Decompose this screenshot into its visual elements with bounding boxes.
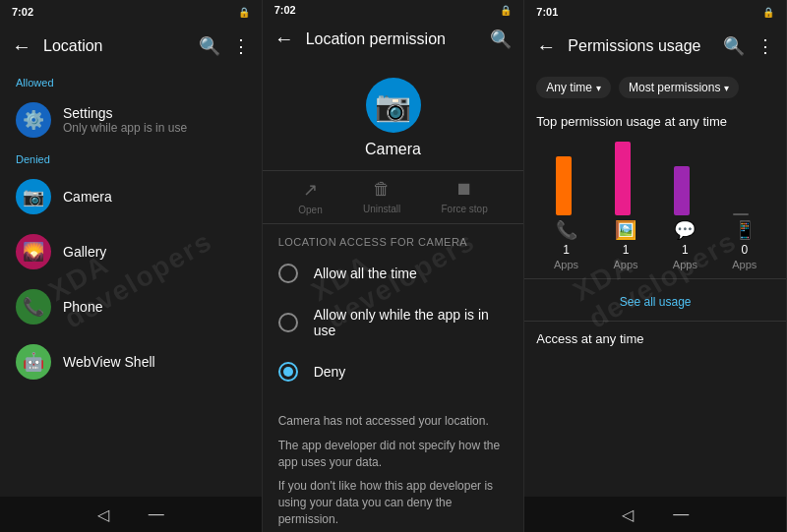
webview-name: WebView Shell: [63, 354, 155, 370]
status-bar-3: 7:01 🔒: [524, 0, 786, 24]
lock-icon-2: 🔒: [500, 5, 512, 16]
back-button-2[interactable]: ←: [274, 28, 294, 50]
perm-app-icon: 📷: [366, 78, 421, 133]
settings-name: Settings: [63, 105, 187, 121]
phone-name: Phone: [63, 299, 102, 315]
chart-icons-row: 📞 1 Apps 🖼️ 1 Apps 💬 1 Apps 📱 0 Apps: [524, 219, 786, 270]
divider-3: [524, 278, 786, 279]
more-icon-3[interactable]: ⋮: [757, 35, 774, 57]
bar-phone: [556, 156, 572, 215]
panel-location-permission: XDAdevelopers 7:02 🔒 ← Location permissi…: [263, 0, 525, 532]
settings-sub: Only while app is in use: [63, 121, 187, 135]
webview-info: WebView Shell: [63, 354, 155, 370]
perm-app-name: Camera: [365, 141, 421, 158]
back-button-3[interactable]: ←: [536, 35, 556, 58]
action-open: ↗ Open: [298, 179, 322, 215]
radio-label-3: Deny: [314, 364, 346, 380]
panel-location: XDAdevelopers 7:02 🔒 ← Location 🔍 ⋮ Allo…: [0, 0, 263, 532]
camera-info: Camera: [63, 189, 112, 205]
status-bar-1: 7:02 🔒: [0, 0, 262, 24]
list-item-webview[interactable]: 🤖 WebView Shell: [0, 334, 262, 389]
perm-action-bar: ↗ Open 🗑 Uninstall ⏹ Force stop: [263, 170, 524, 224]
search-icon-3[interactable]: 🔍: [723, 35, 745, 57]
gallery-icon: 🌄: [16, 234, 51, 269]
settings-icon: ⚙️: [16, 102, 51, 138]
radio-allow-all[interactable]: Allow all the time: [263, 252, 524, 295]
list-item-gallery[interactable]: 🌄 Gallery: [0, 224, 262, 279]
top-bar-2: ← Location permission 🔍: [263, 20, 524, 58]
bar-gallery: [615, 142, 631, 215]
perm-info-section: Camera has not accessed your location. T…: [263, 401, 524, 532]
sms-chart-icon: 💬: [674, 219, 696, 241]
top-bar-actions-2: 🔍: [490, 29, 512, 50]
nav-back-1[interactable]: ◁: [97, 505, 109, 524]
filter-time-arrow: ▾: [596, 83, 601, 93]
back-button-1[interactable]: ←: [12, 35, 31, 58]
radio-inner-3: [283, 367, 293, 377]
status-icons-2: 🔒: [500, 5, 512, 16]
gallery-name: Gallery: [63, 244, 106, 260]
search-icon-2[interactable]: 🔍: [490, 29, 512, 50]
action-force-stop: ⏹ Force stop: [441, 179, 487, 215]
page-title-2: Location permission: [306, 30, 479, 48]
webview-icon: 🤖: [16, 344, 51, 380]
search-icon-1[interactable]: 🔍: [199, 35, 220, 57]
list-item-settings[interactable]: ⚙️ Settings Only while app is in use: [0, 92, 262, 148]
filter-perm-arrow: ▾: [724, 83, 729, 93]
uninstall-icon: 🗑: [373, 179, 391, 200]
chart-container: [524, 133, 786, 219]
chart-col-phone: 📞 1 Apps: [536, 219, 595, 270]
panel-permissions-usage: XDAdevelopers 7:01 🔒 ← Permissions usage…: [524, 0, 787, 532]
phone-chart-count: 1: [563, 243, 570, 257]
see-all-link[interactable]: See all usage: [524, 287, 786, 317]
chart-col-sms: 💬 1 Apps: [655, 219, 714, 270]
open-label: Open: [298, 205, 322, 215]
force-stop-label: Force stop: [441, 204, 487, 214]
access-section-title: Access at any time: [524, 325, 786, 348]
allowed-label: Allowed: [0, 69, 262, 92]
page-title-3: Permissions usage: [568, 37, 711, 55]
filter-perm-dropdown[interactable]: Most permissions ▾: [619, 77, 739, 98]
filter-time-dropdown[interactable]: Any time ▾: [536, 77, 611, 98]
filter-perm-label: Most permissions: [629, 81, 720, 94]
status-time-3: 7:01: [536, 6, 558, 18]
status-time-1: 7:02: [12, 6, 33, 18]
status-icons-1: 🔒: [238, 7, 250, 18]
bar-sms: [674, 166, 690, 215]
list-item-camera[interactable]: 📷 Camera: [0, 169, 262, 224]
perm-info-text-3: If you don't like how this app developer…: [278, 478, 509, 527]
bar-chart: [536, 137, 762, 215]
sms-chart-count: 1: [682, 243, 689, 257]
mobile-chart-icon: 📱: [734, 219, 756, 241]
nav-back-3[interactable]: ◁: [622, 505, 634, 524]
uninstall-label: Uninstall: [363, 204, 400, 214]
radio-allow-while-use[interactable]: Allow only while the app is in use: [263, 295, 524, 350]
radio-deny[interactable]: Deny: [263, 350, 524, 393]
radio-outer-1: [278, 264, 298, 283]
status-bar-2: 7:02 🔒: [263, 0, 524, 20]
usage-filters: Any time ▾ Most permissions ▾: [524, 69, 786, 106]
perm-info-text-1: Camera has not accessed your location.: [278, 413, 509, 430]
gallery-info: Gallery: [63, 244, 106, 260]
denied-label: Denied: [0, 148, 262, 169]
sms-chart-label: Apps: [673, 259, 697, 270]
camera-icon: 📷: [16, 179, 51, 214]
nav-bar-1: ◁ —: [0, 497, 262, 532]
nav-home-3[interactable]: —: [673, 505, 689, 523]
nav-home-1[interactable]: —: [149, 505, 164, 523]
phone-chart-icon: 📞: [556, 219, 577, 241]
perm-info-text-2: The app developer did not specify how th…: [278, 438, 509, 471]
perm-app-section: 📷 Camera: [263, 58, 524, 170]
page-title-1: Location: [43, 37, 187, 55]
more-icon-1[interactable]: ⋮: [232, 35, 250, 57]
gallery-chart-label: Apps: [613, 259, 637, 270]
radio-outer-3: [278, 362, 298, 382]
radio-label-1: Allow all the time: [314, 266, 417, 281]
settings-info: Settings Only while app is in use: [63, 105, 187, 135]
filter-time-label: Any time: [546, 81, 592, 94]
lock-icon-3: 🔒: [762, 7, 774, 18]
radio-label-2: Allow only while the app is in use: [314, 307, 509, 338]
radio-outer-2: [278, 313, 298, 332]
list-item-phone[interactable]: 📞 Phone: [0, 279, 262, 334]
gallery-chart-icon: 🖼️: [615, 219, 636, 241]
